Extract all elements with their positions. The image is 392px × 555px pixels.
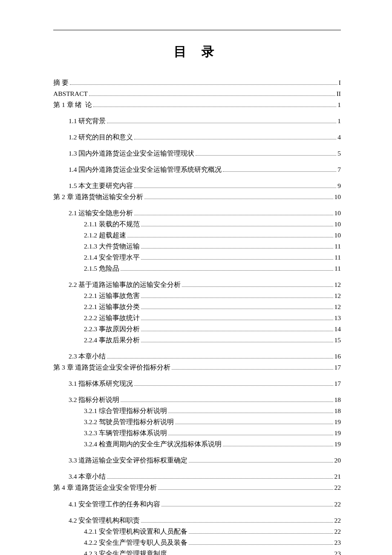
toc-group-gap (53, 450, 341, 455)
toc-leader-dots (141, 314, 333, 320)
toc-entry: 1.3 国内外道路货运企业安全运输管理现状5 (69, 148, 341, 159)
toc-entry: 第 3 章 道路货运企业安全评价指标分析17 (53, 362, 341, 373)
page-header-rule (53, 30, 341, 30)
toc-entry-page: 16 (334, 351, 341, 361)
toc-leader-dots (141, 325, 333, 331)
toc-entry: 3.4 本章小结21 (69, 471, 341, 482)
toc-entry: 摘 要I (53, 78, 341, 88)
toc-entry-page: 4 (337, 132, 341, 142)
toc-entry-page: 10 (334, 230, 341, 240)
toc-entry-label: 2.2.2 运输事故统计 (84, 313, 140, 323)
toc-entry-page: II (337, 89, 341, 99)
toc-entry-label: 第 1 章 绪 论 (53, 100, 92, 110)
toc-entry: 2.2.1 运输事故危害12 (84, 291, 341, 301)
toc-entry: 2.1.3 大件货物运输11 (84, 241, 341, 251)
toc-entry-page: 1 (337, 100, 341, 110)
toc-leader-dots (172, 364, 333, 370)
toc-title: 目 录 (53, 43, 341, 61)
toc-entry-label: 3.2.2 驾驶员管理指标分析说明 (84, 417, 174, 427)
toc-leader-dots (134, 133, 336, 139)
toc-group-gap (53, 111, 341, 116)
toc-leader-dots (107, 473, 333, 479)
toc-entry-page: 17 (334, 362, 341, 373)
toc-entry-label: 第 3 章 道路货运企业安全评价指标分析 (53, 362, 170, 373)
toc-group-gap (53, 275, 341, 280)
toc-group-gap (53, 143, 341, 148)
toc-entry-page: 23 (334, 549, 341, 555)
toc-entry: 3.2.4 检查周期内的安全生产状况指标体系说明19 (84, 439, 341, 449)
toc-entry-page: 13 (334, 313, 341, 323)
toc-entry-page: 19 (334, 428, 341, 438)
toc-entry-label: 2.1.1 装载的不规范 (84, 219, 140, 229)
toc-entry-label: 2.2.3 事故原因分析 (84, 324, 140, 334)
toc-entry: 1.5 本文主要研究内容9 (69, 181, 341, 191)
toc-group-gap (53, 390, 341, 395)
toc-entry-label: 4.1 安全管理工作的任务和内容 (69, 499, 160, 509)
toc-leader-dots (158, 484, 333, 490)
toc-entry-label: ABSTRACT (53, 89, 88, 99)
toc-entry-page: 10 (334, 192, 341, 202)
toc-entry-page: 12 (334, 291, 341, 301)
toc-entry: 3.2 指标分析说明18 (69, 395, 341, 405)
toc-group-gap (53, 203, 341, 208)
toc-entry-label: 1.5 本文主要研究内容 (69, 181, 133, 191)
toc-entry-page: 15 (334, 335, 341, 345)
toc-entry-page: 17 (334, 379, 341, 389)
toc-leader-dots (141, 336, 333, 342)
toc-group-gap (53, 466, 341, 471)
toc-entry: 3.3 道路运输企业安全评价指标权重确定20 (69, 455, 341, 465)
toc-entry: 4.2.2 安全生产管理专职人员及装备23 (84, 538, 341, 548)
toc-leader-dots (141, 243, 333, 249)
toc-leader-dots (168, 549, 333, 555)
toc-entry-label: 1.1 研究背景 (69, 116, 106, 126)
toc-entry-page: 20 (334, 455, 341, 465)
toc-entry: 2.2.1 运输事故分类12 (84, 302, 341, 312)
toc-group-gap (53, 373, 341, 379)
toc-entry-page: 11 (334, 241, 341, 251)
toc-entry-label: 1.3 国内外道路货运企业安全运输管理现状 (69, 148, 194, 159)
toc-entry: 2.2 基于道路运输事故的运输安全分析12 (69, 280, 341, 290)
toc-leader-dots (189, 538, 333, 544)
toc-leader-dots (89, 90, 335, 96)
toc-group-gap (53, 346, 341, 351)
toc-entry-label: 2.1.5 危险品 (84, 263, 119, 274)
toc-entry-label: 4.2.3 安全生产管理规章制度 (84, 549, 167, 555)
toc-group-gap (53, 494, 341, 499)
toc-entry-page: 19 (334, 439, 341, 449)
toc-entry-page: I (339, 78, 341, 88)
toc-entry-label: 2.1.3 大件货物运输 (84, 241, 140, 251)
toc-entry-label: 1.4 国内外道路货运企业安全运输管理系统研究概况 (69, 165, 222, 175)
toc-leader-dots (141, 292, 333, 298)
toc-entry-page: 18 (334, 406, 341, 416)
toc-leader-dots (134, 380, 333, 386)
toc-entry: 3.2.1 综合管理指标分析说明18 (84, 406, 341, 416)
toc-entry-label: 2.2.1 运输事故分类 (84, 302, 140, 312)
toc-entry: 2.2.3 事故原因分析14 (84, 324, 341, 334)
toc-entry: 第 2 章 道路货物运输安全分析10 (53, 192, 341, 202)
toc-entry: 2.3 本章小结16 (69, 351, 341, 361)
toc-entry-page: 10 (334, 219, 341, 229)
toc-entry-label: 摘 要 (53, 78, 69, 88)
toc-group-gap (53, 127, 341, 132)
toc-entry-label: 3.2.1 综合管理指标分析说明 (84, 406, 167, 416)
toc-entry: 4.2.3 安全生产管理规章制度23 (84, 549, 341, 555)
toc-entry: 1.1 研究背景1 (69, 116, 341, 126)
toc-entry-page: 21 (334, 471, 341, 482)
toc-entry: 1.4 国内外道路货运企业安全运输管理系统研究概况7 (69, 165, 341, 175)
toc-entry-label: 3.2.3 车辆管理指标体系说明 (84, 428, 167, 438)
toc-leader-dots (121, 265, 333, 271)
toc-entry: 2.1 运输安全隐患分析10 (69, 208, 341, 218)
toc-leader-dots (93, 101, 336, 107)
toc-entry-label: 3.3 道路运输企业安全评价指标权重确定 (69, 455, 187, 465)
toc-leader-dots (144, 193, 333, 199)
table-of-contents: 摘 要IABSTRACTII第 1 章 绪 论11.1 研究背景11.2 研究的… (53, 78, 341, 555)
toc-entry-label: 1.2 研究的目的和意义 (69, 132, 133, 142)
toc-entry-page: 19 (334, 417, 341, 427)
toc-group-gap (53, 176, 341, 181)
toc-entry-page: 11 (334, 252, 341, 263)
toc-entry-page: 12 (334, 302, 341, 312)
toc-leader-dots (223, 166, 336, 172)
toc-entry-label: 3.2 指标分析说明 (69, 395, 119, 405)
toc-leader-dots (189, 457, 333, 462)
document-page: 目 录 摘 要IABSTRACTII第 1 章 绪 论11.1 研究背景11.2… (0, 0, 392, 555)
